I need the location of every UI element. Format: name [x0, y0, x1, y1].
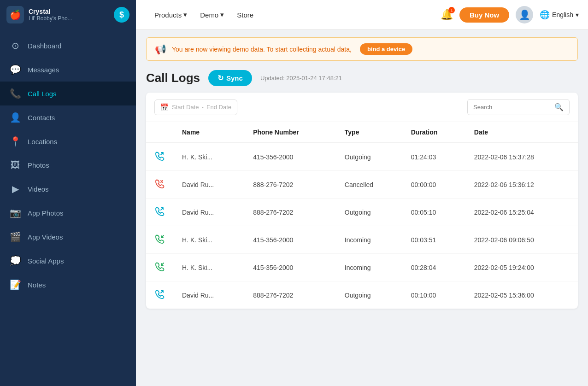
- bell-badge: 1: [448, 7, 455, 13]
- bell-icon[interactable]: 🔔 1: [441, 9, 453, 21]
- call-type-icon: [146, 143, 174, 171]
- videos-icon: ▶: [9, 183, 21, 194]
- start-date-placeholder: Start Date: [172, 104, 199, 111]
- apple-icon: 🍎: [6, 6, 24, 23]
- call-type: Incoming: [336, 254, 403, 281]
- call-date: 2022-02-05 15:36:00: [466, 281, 578, 309]
- calendar-icon: 📅: [160, 103, 169, 111]
- topnav: 🍎 Crystal Lil' Bobby's Pho... $ Products…: [0, 0, 588, 30]
- call-phone: 888-276-7202: [245, 171, 336, 199]
- search-icon: 🔍: [554, 103, 564, 111]
- app-photos-icon: 📷: [9, 207, 21, 218]
- buy-now-button[interactable]: Buy Now: [459, 7, 509, 23]
- table-row: H. K. Ski... 415-356-2000 Outgoing 01:24…: [146, 143, 578, 171]
- sidebar-item-notes[interactable]: 📝 Notes: [0, 273, 136, 297]
- call-duration: 00:03:51: [403, 226, 466, 254]
- call-name: David Ru...: [174, 199, 245, 226]
- call-logs-table: Name Phone Number Type Duration Date H. …: [146, 122, 578, 309]
- megaphone-icon: 📢: [155, 44, 166, 55]
- page-title: Call Logs: [146, 71, 200, 85]
- call-type-icon: [146, 281, 174, 309]
- photos-icon: 🖼: [9, 160, 21, 170]
- date-range-picker[interactable]: 📅 Start Date - End Date: [154, 99, 237, 115]
- call-type: Outgoing: [336, 281, 403, 309]
- brand-dollar: $: [114, 7, 129, 23]
- chevron-down-icon: ▾: [220, 11, 224, 19]
- table-row: David Ru... 888-276-7202 Cancelled 00:00…: [146, 171, 578, 199]
- call-date: 2022-02-06 15:37:28: [466, 143, 578, 171]
- table-header-row: Name Phone Number Type Duration Date: [146, 122, 578, 143]
- brand-area: 🍎 Crystal Lil' Bobby's Pho... $: [0, 0, 136, 30]
- table-row: David Ru... 888-276-7202 Outgoing 00:05:…: [146, 199, 578, 226]
- sidebar-item-social-apps[interactable]: 💭 Social Apps: [0, 249, 136, 273]
- call-type: Cancelled: [336, 171, 403, 199]
- sidebar: ⊙ Dashboard 💬 Messages 📞 Call Logs 👤 Con…: [0, 30, 136, 386]
- call-duration: 00:05:10: [403, 199, 466, 226]
- call-phone: 888-276-7202: [245, 281, 336, 309]
- sidebar-item-call-logs[interactable]: 📞 Call Logs: [0, 82, 136, 105]
- chevron-down-icon: ▾: [576, 11, 579, 18]
- call-duration: 01:24:03: [403, 143, 466, 171]
- call-phone: 888-276-7202: [245, 199, 336, 226]
- end-date-placeholder: End Date: [206, 104, 231, 111]
- sidebar-item-photos[interactable]: 🖼 Photos: [0, 153, 136, 177]
- search-box[interactable]: 🔍: [467, 99, 570, 115]
- call-date: 2022-02-05 19:24:00: [466, 254, 578, 281]
- sidebar-item-videos[interactable]: ▶ Videos: [0, 177, 136, 201]
- call-name: H. K. Ski...: [174, 254, 245, 281]
- demo-banner: 📢 You are now viewing demo data. To star…: [146, 37, 578, 61]
- sync-icon: ↻: [218, 74, 223, 82]
- table-toolbar: 📅 Start Date - End Date 🔍: [146, 93, 578, 122]
- call-type-icon: [146, 226, 174, 254]
- chevron-down-icon: ▾: [183, 11, 187, 19]
- sync-button[interactable]: ↻ Sync: [208, 70, 252, 86]
- call-type: Outgoing: [336, 199, 403, 226]
- locations-icon: 📍: [9, 136, 21, 147]
- sidebar-item-messages[interactable]: 💬 Messages: [0, 58, 136, 82]
- brand-name: Crystal: [29, 8, 72, 15]
- col-header-icon: [146, 122, 174, 143]
- app-videos-icon: 🎬: [9, 231, 21, 242]
- social-apps-icon: 💭: [9, 255, 21, 266]
- nav-links: Products ▾ Demo ▾ Store: [154, 11, 253, 19]
- call-name: H. K. Ski...: [174, 143, 245, 171]
- col-header-type: Type: [336, 122, 403, 143]
- nav-demo[interactable]: Demo ▾: [200, 11, 224, 19]
- table-row: David Ru... 888-276-7202 Outgoing 00:10:…: [146, 281, 578, 309]
- nav-store[interactable]: Store: [237, 11, 253, 19]
- main-layout: ⊙ Dashboard 💬 Messages 📞 Call Logs 👤 Con…: [0, 30, 588, 386]
- call-duration: 00:10:00: [403, 281, 466, 309]
- brand-text: Crystal Lil' Bobby's Pho...: [29, 8, 72, 22]
- call-date: 2022-02-06 09:06:50: [466, 226, 578, 254]
- call-type-icon: [146, 171, 174, 199]
- sidebar-item-dashboard[interactable]: ⊙ Dashboard: [0, 34, 136, 58]
- language-selector[interactable]: 🌐 English ▾: [540, 10, 579, 20]
- sidebar-item-contacts[interactable]: 👤 Contacts: [0, 105, 136, 129]
- sidebar-item-app-photos[interactable]: 📷 App Photos: [0, 201, 136, 225]
- messages-icon: 💬: [9, 64, 21, 75]
- brand-sub: Lil' Bobby's Pho...: [29, 15, 72, 22]
- search-input[interactable]: [473, 104, 551, 111]
- call-type: Outgoing: [336, 143, 403, 171]
- call-type-icon: [146, 254, 174, 281]
- call-name: David Ru...: [174, 281, 245, 309]
- table-row: H. K. Ski... 415-356-2000 Incoming 00:03…: [146, 226, 578, 254]
- content-area: 📢 You are now viewing demo data. To star…: [136, 30, 588, 386]
- call-phone: 415-356-2000: [245, 143, 336, 171]
- call-type: Incoming: [336, 226, 403, 254]
- sidebar-item-app-videos[interactable]: 🎬 App Videos: [0, 225, 136, 249]
- call-duration: 00:00:00: [403, 171, 466, 199]
- call-name: David Ru...: [174, 171, 245, 199]
- call-type-icon: [146, 199, 174, 226]
- user-icon[interactable]: 👤: [516, 6, 533, 23]
- bind-device-button[interactable]: bind a device: [360, 43, 412, 55]
- table-row: H. K. Ski... 415-356-2000 Incoming 00:28…: [146, 254, 578, 281]
- call-phone: 415-356-2000: [245, 226, 336, 254]
- table-card: 📅 Start Date - End Date 🔍 Name Phone Nu: [146, 93, 578, 309]
- contacts-icon: 👤: [9, 112, 21, 123]
- col-header-name: Name: [174, 122, 245, 143]
- call-logs-icon: 📞: [9, 88, 21, 99]
- call-name: H. K. Ski...: [174, 226, 245, 254]
- sidebar-item-locations[interactable]: 📍 Locations: [0, 129, 136, 153]
- nav-products[interactable]: Products ▾: [154, 11, 187, 19]
